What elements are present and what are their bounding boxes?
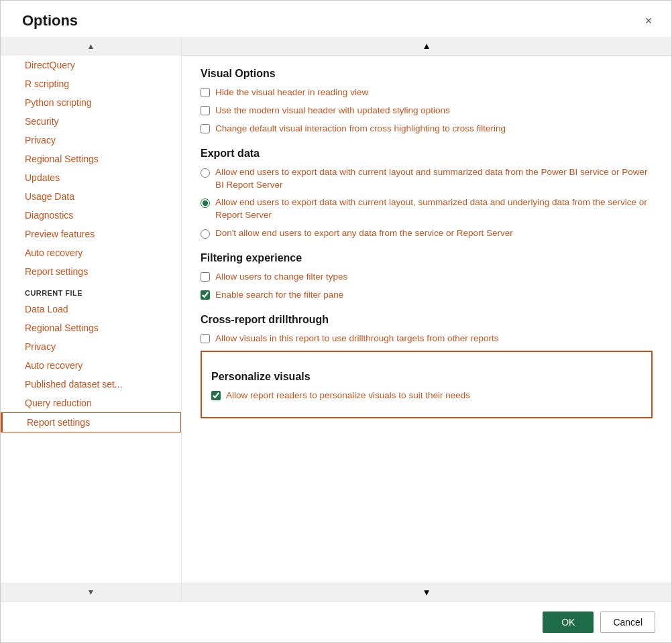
sidebar-item-privacy[interactable]: Privacy: [1, 131, 181, 150]
scroll-up-icon: ▲: [87, 42, 95, 51]
sidebar-item-publisheddataset[interactable]: Published dataset set...: [1, 375, 181, 394]
sidebar-scroll-up-button[interactable]: ▲: [1, 37, 181, 56]
personalize-option-1: Allow report readers to personalize visu…: [211, 390, 642, 402]
sidebar-item-autorecovery[interactable]: Auto recovery: [1, 243, 181, 262]
dialog-footer: OK Cancel: [1, 601, 671, 642]
filter-option-1-checkbox[interactable]: [201, 272, 210, 282]
export-option-2-radio[interactable]: [201, 198, 210, 208]
dialog-title: Options: [22, 12, 78, 30]
visual-option-2-checkbox[interactable]: [201, 106, 210, 115]
sidebar-item-reportsettings-global[interactable]: Report settings: [1, 262, 181, 281]
sidebar-item-dataload[interactable]: Data Load: [1, 300, 181, 318]
visual-option-1-label[interactable]: Hide the visual header in reading view: [215, 86, 368, 99]
sidebar-item-regionalsettings[interactable]: Regional Settings: [1, 150, 181, 168]
sidebar-item-queryreduction[interactable]: Query reduction: [1, 394, 181, 412]
sidebar-item-directquery[interactable]: DirectQuery: [1, 56, 181, 74]
visual-option-3-checkbox[interactable]: [201, 124, 210, 133]
content-scroll-down-button[interactable]: ▼: [182, 583, 671, 601]
sidebar: ▲ DirectQuery R scripting Python scripti…: [1, 37, 182, 601]
filter-option-1-label[interactable]: Allow users to change filter types: [215, 271, 347, 284]
export-data-title: Export data: [201, 148, 653, 160]
sidebar-item-usagedata[interactable]: Usage Data: [1, 187, 181, 206]
ok-button[interactable]: OK: [543, 611, 594, 633]
personalize-option-1-checkbox[interactable]: [211, 391, 221, 400]
personalize-title: Personalize visuals: [211, 371, 642, 383]
content-up-icon: ▲: [422, 41, 431, 51]
close-button[interactable]: ×: [638, 10, 659, 32]
sidebar-item-privacy-cf[interactable]: Privacy: [1, 337, 181, 356]
cross-report-option-1: Allow visuals in this report to use dril…: [201, 333, 653, 345]
cancel-button[interactable]: Cancel: [600, 611, 655, 633]
content-scroll-up-button[interactable]: ▲: [182, 37, 671, 56]
visual-option-3-label[interactable]: Change default visual interaction from c…: [215, 123, 506, 135]
content-scroll-area: Visual Options Hide the visual header in…: [182, 56, 671, 583]
personalize-section: Personalize visuals Allow report readers…: [201, 351, 653, 418]
visual-option-2-label[interactable]: Use the modern visual header with update…: [215, 105, 450, 117]
cross-report-title: Cross-report drillthrough: [201, 314, 653, 326]
visual-option-3: Change default visual interaction from c…: [201, 123, 653, 135]
sidebar-item-diagnostics[interactable]: Diagnostics: [1, 206, 181, 225]
sidebar-item-rscripting[interactable]: R scripting: [1, 74, 181, 93]
export-option-3: Don't allow end users to export any data…: [201, 227, 653, 240]
options-dialog: Options × ▲ DirectQuery R scripting Pyth…: [0, 0, 672, 643]
content-down-icon: ▼: [422, 587, 431, 597]
export-option-2: Allow end users to export data with curr…: [201, 196, 653, 222]
filter-option-1: Allow users to change filter types: [201, 271, 653, 284]
scroll-down-icon: ▼: [87, 587, 95, 597]
filter-option-2-label[interactable]: Enable search for the filter pane: [215, 289, 343, 302]
export-option-1-label[interactable]: Allow end users to export data with curr…: [215, 166, 653, 192]
dialog-titlebar: Options ×: [1, 1, 671, 37]
sidebar-item-regionalsettings-cf[interactable]: Regional Settings: [1, 318, 181, 337]
visual-option-2: Use the modern visual header with update…: [201, 105, 653, 117]
cross-report-option-1-label[interactable]: Allow visuals in this report to use dril…: [215, 333, 498, 345]
sidebar-item-updates[interactable]: Updates: [1, 168, 181, 187]
sidebar-scroll-area: DirectQuery R scripting Python scripting…: [1, 56, 181, 583]
sidebar-item-reportsettings-cf[interactable]: Report settings: [1, 412, 181, 432]
cross-report-option-1-checkbox[interactable]: [201, 334, 210, 343]
current-file-header: CURRENT FILE: [1, 281, 181, 300]
export-option-1: Allow end users to export data with curr…: [201, 166, 653, 192]
sidebar-item-pythonscripting[interactable]: Python scripting: [1, 93, 181, 112]
dialog-body: ▲ DirectQuery R scripting Python scripti…: [1, 37, 671, 601]
export-option-2-label[interactable]: Allow end users to export data with curr…: [215, 196, 653, 222]
sidebar-scroll-down-button[interactable]: ▼: [1, 583, 181, 601]
visual-options-title: Visual Options: [201, 68, 653, 80]
filtering-title: Filtering experience: [201, 252, 653, 264]
visual-option-1: Hide the visual header in reading view: [201, 86, 653, 99]
sidebar-item-security[interactable]: Security: [1, 112, 181, 131]
personalize-option-1-label[interactable]: Allow report readers to personalize visu…: [226, 390, 470, 402]
export-option-3-label[interactable]: Don't allow end users to export any data…: [215, 227, 513, 240]
filter-option-2: Enable search for the filter pane: [201, 289, 653, 302]
export-option-3-radio[interactable]: [201, 229, 210, 239]
export-option-1-radio[interactable]: [201, 168, 210, 178]
sidebar-item-autorecovery-cf[interactable]: Auto recovery: [1, 356, 181, 375]
sidebar-item-previewfeatures[interactable]: Preview features: [1, 225, 181, 243]
filter-option-2-checkbox[interactable]: [201, 290, 210, 300]
visual-option-1-checkbox[interactable]: [201, 88, 210, 97]
main-content: ▲ Visual Options Hide the visual header …: [182, 37, 671, 601]
